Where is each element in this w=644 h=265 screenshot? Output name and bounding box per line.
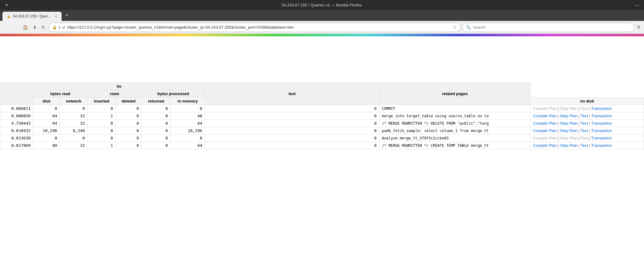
cell-disk: 0	[33, 135, 60, 142]
back-button[interactable]: ←	[2, 24, 10, 31]
search-icon: 🔍	[466, 25, 471, 30]
gradient-bar	[0, 34, 644, 36]
cell-returned: 0	[142, 120, 171, 127]
on-disk-header: on disk	[530, 98, 644, 105]
cell-network: 32	[60, 112, 87, 120]
link-step-plan[interactable]: Step Plan	[560, 128, 577, 133]
cell-inserted: 0	[87, 120, 115, 127]
cell-returned: 0	[142, 142, 171, 149]
cell-deleted: 0	[115, 120, 141, 127]
download-button[interactable]: ⬇	[31, 24, 38, 31]
cell-received: 0.066811	[0, 105, 33, 112]
link-step-plan[interactable]: Step Plan	[560, 114, 577, 118]
cell-deleted: 0	[115, 135, 141, 142]
link-transaction[interactable]: Transaction	[591, 128, 612, 133]
link-compile-plan: Compile Plan	[533, 136, 557, 140]
page-content: i/o text related pages bytes read rows b…	[0, 36, 644, 265]
link-text[interactable]: Text	[581, 128, 588, 133]
link-compile-plan[interactable]: Compile Plan	[533, 121, 557, 126]
tab-close-button[interactable]: ✕	[55, 14, 57, 18]
cell-deleted: 0	[115, 112, 141, 120]
cell-disk: 64	[33, 112, 60, 120]
new-tab-button[interactable]: +	[63, 11, 71, 20]
cell-deleted: 0	[115, 105, 141, 112]
cell-related-pages: Compile Plan | Step Plan | Text | Transa…	[530, 105, 644, 112]
related-pages-header: related pages	[379, 83, 530, 105]
cell-related-pages: Compile Plan | Step Plan | Text | Transa…	[530, 112, 644, 120]
link-step-plan[interactable]: Step Plan	[560, 121, 577, 126]
cell-received: 0.017869	[0, 142, 33, 149]
cell-text: merge into target_table using source_tab…	[379, 112, 530, 120]
cell-in-memory: 48	[171, 112, 205, 120]
cell-inserted: 0	[87, 135, 115, 142]
link-compile-plan[interactable]: Compile Plan	[533, 128, 557, 133]
titlebar: ✕ 54.243.67.255 / Queries v1 — Mozilla F…	[0, 0, 644, 10]
disk-header: disk	[33, 98, 60, 105]
search-bar: 🔍	[462, 23, 634, 32]
link-compile-plan[interactable]: Compile Plan	[533, 114, 557, 118]
titlebar-minimize[interactable]: —	[633, 2, 641, 8]
link-separator: |	[577, 114, 581, 118]
cell-disk: 64	[33, 120, 60, 127]
cell-in-memory: 64	[171, 120, 205, 127]
queries-table: i/o text related pages bytes read rows b…	[0, 82, 644, 149]
link-transaction[interactable]: Transaction	[591, 136, 612, 140]
cell-deleted: 0	[115, 127, 141, 135]
link-text[interactable]: Text	[581, 143, 588, 148]
bookmark-button[interactable]: ☆	[452, 24, 457, 30]
link-transaction[interactable]: Transaction	[591, 114, 612, 118]
cell-network: 8,240	[60, 127, 87, 135]
menu-button[interactable]: ≡	[636, 23, 642, 32]
bytes-processed-header: bytes processed	[142, 90, 205, 98]
link-separator: |	[577, 143, 581, 148]
search-input[interactable]	[473, 25, 630, 30]
cell-text: /* MERGE REWRITTEN */ CREATE TEMP TABLE …	[379, 142, 530, 149]
returned-header: returned	[142, 98, 171, 105]
group-header-row: i/o text related pages	[0, 83, 644, 90]
link-separator: |	[588, 143, 591, 148]
refresh-button[interactable]: ↻	[40, 24, 47, 31]
link-separator: |	[577, 106, 581, 111]
link-compile-plan[interactable]: Compile Plan	[533, 143, 557, 148]
link-text: Text	[581, 106, 588, 111]
info-icon: ℹ	[59, 25, 60, 30]
link-step-plan: Step Plan	[560, 136, 577, 140]
forward-button[interactable]: →	[12, 24, 20, 31]
link-compile-plan: Compile Plan	[533, 106, 557, 111]
cell-related-pages: Compile Plan | Step Plan | Text | Transa…	[530, 127, 644, 135]
link-separator: |	[588, 121, 591, 126]
link-separator: |	[557, 128, 560, 133]
link-separator: |	[588, 114, 591, 118]
link-separator: |	[577, 136, 581, 140]
link-transaction[interactable]: Transaction	[591, 106, 612, 111]
link-step-plan[interactable]: Step Plan	[560, 143, 577, 148]
cell-returned: 0	[142, 127, 171, 135]
cell-text: COMMIT	[379, 105, 530, 112]
home-button[interactable]: 🏠	[21, 24, 30, 31]
cell-network: 32	[60, 142, 87, 149]
link-text[interactable]: Text	[581, 121, 588, 126]
table-row: 0.0178698032100640/* MERGE REWRITTEN */ …	[0, 142, 644, 149]
tabbar: 🔒 54.243.67.255 / Quer... ✕ +	[0, 10, 644, 21]
url-input[interactable]	[67, 25, 451, 30]
browser-tab[interactable]: 🔒 54.243.67.255 / Quer... ✕	[2, 12, 62, 21]
rows-header: rows	[87, 90, 141, 98]
in-memory-header: in memory	[171, 98, 205, 105]
cell-in-memory: 64	[171, 142, 205, 149]
link-transaction[interactable]: Transaction	[591, 143, 612, 148]
cell-received: 0.013638	[0, 135, 33, 142]
link-transaction[interactable]: Transaction	[591, 121, 612, 126]
cell-received: 4.758443	[0, 120, 33, 127]
cell-on-disk: 0	[205, 105, 379, 112]
inserted-header: inserted	[87, 98, 115, 105]
cell-related-pages: Compile Plan | Step Plan | Text | Transa…	[530, 142, 644, 149]
io-group-header: i/o	[33, 83, 205, 90]
exchange-icon: ⇄	[62, 25, 65, 30]
cell-received: 0.008850	[0, 112, 33, 120]
link-text[interactable]: Text	[581, 114, 588, 118]
cell-inserted: 0	[87, 105, 115, 112]
cell-text: Analyze merge_tt_5f9f3c2ccbe03	[379, 135, 530, 142]
cell-disk: 10,296	[33, 127, 60, 135]
cell-inserted: 1	[87, 142, 115, 149]
titlebar-close[interactable]: ✕	[3, 2, 10, 8]
